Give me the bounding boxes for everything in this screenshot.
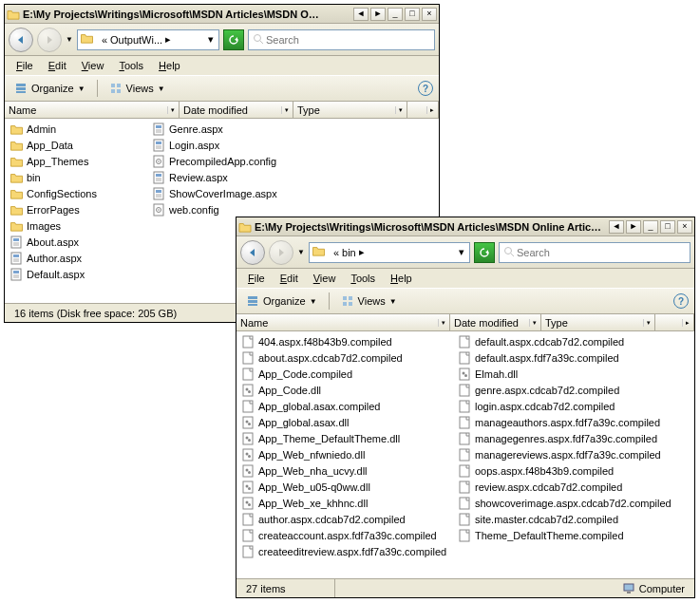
menu-help[interactable]: Help xyxy=(151,58,188,73)
file-item[interactable]: App_Web_nfwniedo.dll xyxy=(238,446,455,462)
file-item[interactable]: Admin xyxy=(7,121,149,137)
nav-prev-button[interactable]: ◄ xyxy=(609,220,624,234)
address-dropdown-icon[interactable]: ▾ xyxy=(456,246,467,258)
search-input[interactable] xyxy=(266,34,430,46)
nav-prev-button[interactable]: ◄ xyxy=(353,8,369,21)
file-item[interactable]: manageauthors.aspx.fdf7a39c.compiled xyxy=(455,414,683,430)
minimize-button[interactable]: _ xyxy=(643,220,658,234)
file-item[interactable]: Genre.aspx xyxy=(149,121,387,137)
forward-button[interactable] xyxy=(37,28,62,52)
address-bar[interactable]: « bin ▸ ▾ xyxy=(309,242,470,263)
file-item[interactable]: ErrorPages xyxy=(7,201,149,217)
file-item[interactable]: site.master.cdcab7d2.compiled xyxy=(455,511,683,527)
file-item[interactable]: ShowCoverImage.aspx xyxy=(149,185,387,201)
file-item[interactable]: About.aspx xyxy=(7,234,149,250)
menu-file[interactable]: File xyxy=(240,271,273,286)
file-item[interactable]: managegenres.aspx.fdf7a39c.compiled xyxy=(455,430,683,446)
menu-tools[interactable]: Tools xyxy=(343,271,383,286)
address-dropdown-icon[interactable]: ▾ xyxy=(205,33,217,46)
file-item[interactable]: managereviews.aspx.fdf7a39c.compiled xyxy=(455,446,683,462)
refresh-button[interactable] xyxy=(474,242,495,263)
file-item[interactable]: App_Web_u05-q0ww.dll xyxy=(238,479,455,495)
file-item[interactable]: 404.aspx.f48b43b9.compiled xyxy=(238,333,455,349)
header-type[interactable]: Type▾ xyxy=(541,314,655,330)
menu-view[interactable]: View xyxy=(306,271,344,286)
file-item[interactable]: web.config xyxy=(149,201,387,217)
file-item[interactable]: Elmah.dll xyxy=(455,366,683,382)
file-item[interactable]: App_Theme_DefaultTheme.dll xyxy=(238,430,455,446)
forward-button[interactable] xyxy=(269,240,293,265)
header-overflow[interactable]: ▸ xyxy=(655,314,694,330)
file-item[interactable]: App_Code.dll xyxy=(238,382,455,398)
header-overflow[interactable]: ▸ xyxy=(407,102,439,118)
breadcrumb-chevron-icon[interactable]: ▸ xyxy=(162,33,174,46)
header-type[interactable]: Type▾ xyxy=(293,102,407,118)
views-button[interactable]: Views ▼ xyxy=(337,292,401,310)
file-item[interactable]: login.aspx.cdcab7d2.compiled xyxy=(455,398,683,414)
help-button[interactable]: ? xyxy=(418,81,433,96)
file-item[interactable]: review.aspx.cdcab7d2.compiled xyxy=(455,479,683,495)
file-item[interactable]: about.aspx.cdcab7d2.compiled xyxy=(238,349,455,366)
file-item[interactable]: bin xyxy=(7,169,149,185)
header-date[interactable]: Date modified▾ xyxy=(450,314,541,330)
nav-next-button[interactable]: ► xyxy=(370,8,386,21)
file-item[interactable]: showcoverimage.aspx.cdcab7d2.compiled xyxy=(455,495,683,511)
nav-next-button[interactable]: ► xyxy=(626,220,641,234)
help-button[interactable]: ? xyxy=(673,293,689,309)
file-item[interactable]: oops.aspx.f48b43b9.compiled xyxy=(455,462,683,479)
chevron-down-icon[interactable]: ▾ xyxy=(281,106,289,114)
search-box[interactable] xyxy=(499,242,691,263)
file-item[interactable]: Review.aspx xyxy=(149,169,387,185)
file-item[interactable]: App_Code.compiled xyxy=(238,366,455,382)
file-item[interactable]: App_Web_nha_ucvy.dll xyxy=(238,462,455,479)
file-item[interactable]: author.aspx.cdcab7d2.compiled xyxy=(238,511,455,527)
menu-help[interactable]: Help xyxy=(383,271,420,286)
close-button[interactable]: × xyxy=(422,8,437,21)
header-date[interactable]: Date modified▾ xyxy=(180,102,293,118)
file-list[interactable]: 404.aspx.f48b43b9.compiledabout.aspx.cdc… xyxy=(236,331,694,578)
menu-view[interactable]: View xyxy=(74,58,112,73)
menu-tools[interactable]: Tools xyxy=(111,58,151,73)
file-item[interactable]: genre.aspx.cdcab7d2.compiled xyxy=(455,382,683,398)
file-item[interactable]: Images xyxy=(7,217,149,234)
file-item[interactable]: Login.aspx xyxy=(149,137,387,153)
organize-button[interactable]: Organize ▼ xyxy=(242,292,321,310)
chevron-right-icon[interactable]: ▸ xyxy=(426,106,434,114)
organize-button[interactable]: Organize ▼ xyxy=(10,80,89,97)
chevron-right-icon[interactable]: ▸ xyxy=(682,319,690,327)
menu-file[interactable]: File xyxy=(9,58,41,73)
file-item[interactable]: App_global.asax.dll xyxy=(238,414,455,430)
file-item[interactable]: default.aspx.fdf7a39c.compiled xyxy=(455,349,683,366)
chevron-down-icon[interactable]: ▾ xyxy=(438,319,445,327)
address-bar[interactable]: « OutputWi... ▸ ▾ xyxy=(77,29,219,50)
history-dropdown-icon[interactable]: ▼ xyxy=(297,248,305,256)
back-button[interactable] xyxy=(9,28,33,52)
menu-edit[interactable]: Edit xyxy=(41,58,74,73)
titlebar[interactable]: E:\My Projects\Writings\Microsoft\MSDN A… xyxy=(236,217,694,236)
file-item[interactable]: createaccount.aspx.fdf7a39c.compiled xyxy=(238,527,455,543)
file-item[interactable]: PrecompiledApp.config xyxy=(149,153,387,169)
breadcrumb-prev-icon[interactable]: « xyxy=(331,247,342,258)
file-item[interactable]: ConfigSections xyxy=(7,185,149,201)
breadcrumb-chevron-icon[interactable]: ▸ xyxy=(356,246,368,258)
chevron-down-icon[interactable]: ▾ xyxy=(643,319,651,327)
file-item[interactable]: App_Themes xyxy=(7,153,149,169)
views-button[interactable]: Views ▼ xyxy=(105,80,169,97)
menu-edit[interactable]: Edit xyxy=(273,271,306,286)
titlebar[interactable]: E:\My Projects\Writings\Microsoft\MSDN A… xyxy=(5,5,439,24)
search-box[interactable] xyxy=(248,29,435,50)
chevron-down-icon[interactable]: ▾ xyxy=(395,106,403,114)
back-button[interactable] xyxy=(240,240,265,265)
search-input[interactable] xyxy=(517,247,686,258)
refresh-button[interactable] xyxy=(223,29,244,50)
header-name[interactable]: Name▾ xyxy=(5,102,180,118)
file-item[interactable]: Theme_DefaultTheme.compiled xyxy=(455,527,683,543)
file-item[interactable]: Default.aspx xyxy=(7,266,149,282)
maximize-button[interactable]: □ xyxy=(405,8,420,21)
file-item[interactable]: App_Web_xe_khhnc.dll xyxy=(238,495,455,511)
maximize-button[interactable]: □ xyxy=(660,220,675,234)
chevron-down-icon[interactable]: ▾ xyxy=(529,319,537,327)
file-item[interactable]: App_global.asax.compiled xyxy=(238,398,455,414)
file-item[interactable]: createeditreview.aspx.fdf7a39c.compiled xyxy=(238,543,455,559)
file-item[interactable]: App_Data xyxy=(7,137,149,153)
